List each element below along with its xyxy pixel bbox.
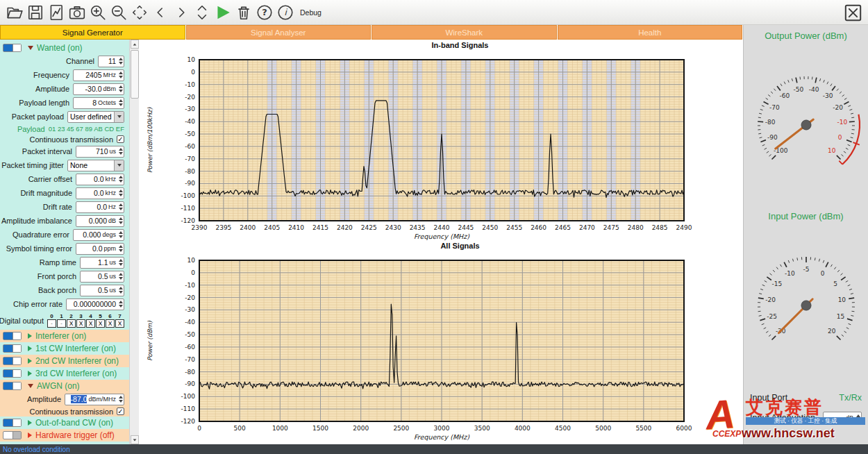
toolbar: ?i Debug [0,0,868,25]
field-label: Chip error rate [13,300,62,308]
scroll-up-icon[interactable] [131,40,139,49]
digital-output-bit-0[interactable]: - [47,319,56,328]
svg-text:-5: -5 [803,266,810,273]
spinner-control[interactable] [117,70,124,81]
input-attenuation-spinner[interactable] [855,412,861,423]
scrollbar-thumb[interactable] [131,50,139,99]
toggle-switch[interactable] [3,431,22,439]
input-attenuation-label: Input Attenuation [750,413,815,423]
input-frequency[interactable]: 2405MHz [73,69,124,81]
spinner-control[interactable] [117,258,124,268]
digital-output-bit-7[interactable]: X [115,319,124,328]
tab-signal-analyser[interactable]: Signal Analyser [186,25,372,40]
chevron-right-icon[interactable] [28,432,32,438]
spinner-control[interactable] [117,84,124,94]
spinner-control[interactable] [117,188,124,199]
checkbox[interactable]: ✓ [117,407,124,415]
digital-output-bit-5[interactable]: X [96,319,105,328]
svg-text:-90: -90 [185,180,195,187]
zoom-in-icon[interactable] [87,2,108,23]
input-amplitude[interactable]: -87.0dBm/MHz [65,394,124,405]
input-drift-rate[interactable]: 0.0Hz [76,201,124,213]
spinner-control[interactable] [117,394,124,405]
spinner-control[interactable] [117,98,124,108]
field-label: Back porch [38,286,76,294]
chevron-down-icon[interactable] [114,160,124,171]
chevron-right-icon[interactable] [28,346,32,351]
tab-signal-generator[interactable]: Signal Generator [0,25,185,40]
toggle-switch[interactable] [3,44,22,52]
input-attenuation-field[interactable]: dB [823,412,862,423]
input-payload-length[interactable]: 8Octets [73,97,124,109]
input-back-porch[interactable]: 0.5us [80,285,124,296]
svg-text:-90: -90 [767,134,778,141]
back-icon[interactable] [150,2,171,23]
vertical-scale-icon[interactable] [192,2,212,23]
snapshot-icon[interactable] [67,2,87,23]
input-attenuation-unit: dB [846,414,853,421]
chevron-right-icon[interactable] [28,333,32,339]
spinner-control[interactable] [117,230,124,240]
chevron-down-icon[interactable] [28,384,33,388]
bit-number: 7 [115,313,124,319]
clear-icon[interactable] [233,2,254,23]
chevron-down-icon[interactable] [114,112,124,122]
chevron-right-icon[interactable] [28,420,32,426]
input-ramp-time[interactable]: 1.1us [80,257,124,269]
input-front-porch[interactable]: 0.5us [80,271,124,283]
input-packet-interval[interactable]: 710us [76,146,124,158]
digital-output-bit-2[interactable]: X [67,319,76,328]
scroll-down-icon[interactable] [131,435,139,444]
digital-output-bit-4[interactable]: X [86,319,95,328]
info-icon[interactable]: i [275,2,296,23]
digital-output-bit-6[interactable]: X [106,319,115,328]
right-panel: Output Power (dBm) -100-90-80-70-60-50-4… [743,25,868,444]
spinner-control[interactable] [117,271,124,282]
spinner-control[interactable] [117,244,124,254]
input-symbol-timing-error[interactable]: 0.0ppm [76,243,124,255]
toggle-switch[interactable] [3,369,22,378]
digital-output-bit-1[interactable]: - [57,319,66,328]
input-quadrature-error[interactable]: 0.000degs [73,229,124,241]
input-amplitude-imbalance[interactable]: 0.000dB [76,215,124,227]
input-amplitude[interactable]: -30.0dBm [73,83,124,95]
tab-health[interactable]: Health [558,25,743,40]
export-graph-icon[interactable] [46,2,67,23]
input-carrier-offset[interactable]: 0.0kHz [76,174,124,185]
tab-wireshark[interactable]: WireShark [372,25,557,40]
zoom-out-icon[interactable] [108,2,129,23]
input-channel[interactable]: 11 [98,56,124,67]
checkbox[interactable]: ✓ [117,135,124,143]
svg-text:-40: -40 [809,86,819,93]
dropdown-packet-payload[interactable]: User defined [67,111,124,123]
spinner-control[interactable] [117,285,124,296]
chevron-right-icon[interactable] [28,371,32,376]
pan-icon[interactable] [129,2,150,23]
toggle-switch[interactable] [3,419,22,427]
svg-text:2435: 2435 [410,224,426,231]
help-icon[interactable]: ? [254,2,275,23]
digital-output-bit-3[interactable]: X [76,319,85,328]
spinner-control[interactable] [117,299,124,310]
toggle-switch[interactable] [3,344,22,353]
close-button[interactable] [844,3,862,22]
spinner-control[interactable] [117,216,124,226]
toggle-switch[interactable] [3,357,22,365]
toggle-switch[interactable] [3,332,22,340]
spinner-control[interactable] [117,146,124,157]
input-drift-magnitude[interactable]: 0.0kHz [76,187,124,199]
spinner-control[interactable] [117,202,124,212]
input-chip-error-rate[interactable]: 0.000000000 [66,299,124,310]
spinner-control[interactable] [117,56,124,67]
forward-icon[interactable] [171,2,192,23]
open-file-icon[interactable] [4,2,25,23]
sidebar-scrollbar[interactable] [129,40,139,444]
chevron-right-icon[interactable] [28,358,32,364]
chevron-down-icon[interactable] [28,46,33,50]
run-icon[interactable] [212,2,233,23]
dropdown-packet-timing-jitter[interactable]: None [67,160,124,171]
spinner-control[interactable] [117,174,124,185]
toggle-switch[interactable] [3,382,22,390]
svg-text:-10: -10 [185,282,195,289]
save-file-icon[interactable] [25,2,46,23]
